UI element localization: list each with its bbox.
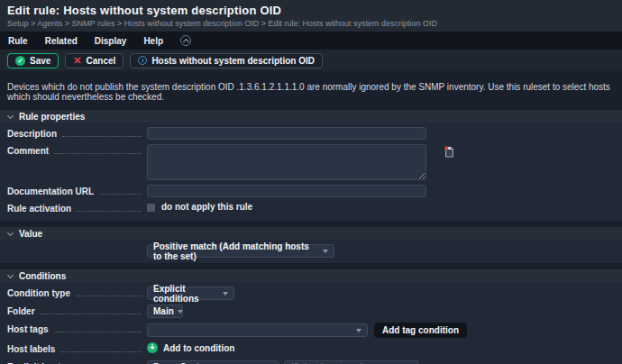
row-comment: Comment — [7, 144, 615, 180]
match-type-dropdown[interactable]: Positive match (Add matching hosts to th… — [147, 244, 334, 258]
chevron-down-icon — [223, 292, 228, 296]
description-label: Description — [7, 129, 57, 139]
paste-clipboard-icon[interactable] — [444, 145, 454, 161]
section-body-conditions: Condition type Explicit conditions Folde… — [0, 282, 622, 364]
row-rule-activation: Rule activation do not apply this rule — [7, 202, 615, 214]
menu-help[interactable]: Help — [143, 36, 163, 46]
dotted-leader — [54, 325, 142, 332]
folder-label: Folder — [7, 306, 35, 316]
menu-bar: Rule Related Display Help — [0, 32, 622, 50]
condition-type-label: Condition type — [7, 288, 70, 298]
add-tag-condition-button[interactable]: Add tag condition — [374, 323, 467, 338]
dotted-leader — [41, 307, 142, 314]
action-bar: ✓ Save ✕ Cancel i Hosts without system d… — [0, 50, 622, 71]
chevron-down-icon — [178, 310, 183, 314]
match-type-value: Positive match (Add matching hosts to th… — [153, 241, 316, 261]
chevron-down-icon — [323, 250, 328, 253]
section-title: Rule properties — [19, 112, 85, 122]
section-header-value[interactable]: Value — [0, 227, 622, 240]
comment-label: Comment — [7, 146, 49, 156]
do-not-apply-label: do not apply this rule — [161, 202, 252, 212]
add-to-condition-label[interactable]: Add to condition — [163, 343, 234, 353]
menu-display[interactable]: Display — [95, 36, 127, 46]
plus-icon[interactable]: + — [147, 342, 158, 353]
menu-rule[interactable]: Rule — [8, 36, 28, 46]
row-explicit-hosts: Explicit hosts ✕ PowerSystem ✕ (Select h… — [7, 360, 615, 364]
ruleset-info-button-label: Hosts without system description OID — [151, 56, 315, 66]
explicit-host-dropdown[interactable]: PowerSystem ✕ — [147, 360, 279, 364]
select-hostname-dropdown[interactable]: (Select hostname) — [284, 360, 419, 364]
documentation-url-label: Documentation URL — [7, 187, 94, 196]
section-rule-properties: Rule properties Description Comment — [0, 110, 622, 221]
section-body-rule-properties: Description Comment — [0, 123, 622, 221]
dotted-leader — [60, 345, 142, 352]
section-value: Value Positive match (Add matching hosts… — [0, 227, 622, 263]
folder-value: Main — [153, 306, 174, 316]
chevron-down-icon — [7, 271, 14, 278]
ruleset-help-text: Devices which do not publish the system … — [0, 71, 622, 110]
do-not-apply-checkbox[interactable] — [147, 204, 155, 212]
host-tags-label: Host tags — [7, 324, 49, 334]
row-description: Description — [7, 127, 615, 140]
host-labels-label: Host labels — [7, 344, 55, 354]
dotted-leader — [76, 289, 142, 296]
rule-activation-label: Rule activation — [7, 204, 71, 214]
dotted-leader — [77, 205, 142, 212]
chevron-down-icon — [356, 329, 361, 332]
chevron-up-icon — [183, 38, 189, 44]
cancel-button-label: Cancel — [87, 56, 116, 66]
chevron-down-icon — [7, 112, 14, 118]
cancel-button[interactable]: ✕ Cancel — [65, 53, 123, 68]
condition-type-value: Explicit conditions — [153, 284, 215, 304]
row-folder: Folder Main — [7, 305, 615, 318]
dotted-leader — [54, 147, 142, 154]
title-bar: Edit rule: Hosts without system descript… — [0, 0, 622, 32]
row-host-labels: Host labels + Add to condition — [7, 342, 615, 354]
dotted-leader — [62, 130, 142, 137]
page-title: Edit rule: Hosts without system descript… — [7, 4, 615, 17]
ruleset-info-button[interactable]: i Hosts without system description OID — [130, 53, 323, 68]
section-body-value: Positive match (Add matching hosts to th… — [0, 240, 622, 263]
condition-type-dropdown[interactable]: Explicit conditions — [147, 287, 234, 300]
documentation-url-input[interactable] — [147, 185, 426, 197]
description-input[interactable] — [147, 127, 426, 140]
breadcrumb[interactable]: Setup > Agents > SNMP rules > Hosts with… — [7, 19, 615, 28]
info-icon: i — [138, 56, 147, 65]
section-title: Value — [19, 229, 42, 239]
folder-dropdown[interactable]: Main — [147, 305, 183, 318]
collapse-menu-button[interactable] — [180, 35, 191, 46]
save-button-label: Save — [30, 56, 50, 66]
check-icon: ✓ — [15, 56, 25, 66]
cancel-x-icon: ✕ — [73, 56, 81, 66]
save-button[interactable]: ✓ Save — [7, 53, 59, 68]
section-conditions: Conditions Condition type Explicit condi… — [0, 269, 622, 364]
row-host-tags: Host tags Add tag condition — [7, 323, 615, 338]
row-documentation-url: Documentation URL — [7, 185, 615, 197]
section-header-conditions[interactable]: Conditions — [0, 269, 622, 282]
row-condition-type: Condition type Explicit conditions — [7, 287, 615, 300]
section-title: Conditions — [19, 271, 66, 281]
dotted-leader — [99, 187, 142, 195]
comment-textarea[interactable] — [147, 144, 426, 180]
section-header-rule-properties[interactable]: Rule properties — [0, 110, 622, 123]
host-tags-dropdown[interactable] — [147, 323, 368, 337]
chevron-down-icon — [7, 229, 14, 235]
menu-related[interactable]: Related — [45, 36, 78, 46]
